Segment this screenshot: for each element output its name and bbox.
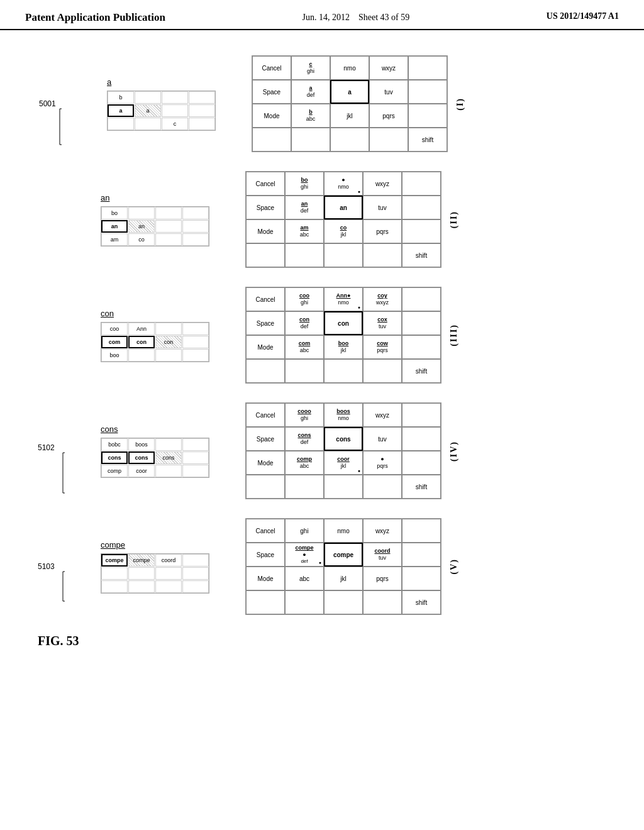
sg-IV-r3c1: comp	[101, 465, 128, 477]
key-tuv-IV[interactable]: tuv	[363, 427, 402, 451]
key-coor-jkl-IV[interactable]: coorjkl	[324, 451, 363, 475]
key-tuv-I[interactable]: tuv	[369, 80, 408, 104]
key-mode-II[interactable]: Mode	[246, 219, 285, 243]
key-co-jkl-II[interactable]: cojkl	[324, 219, 363, 243]
key-wxyz-V[interactable]: wxyz	[363, 519, 402, 543]
key-shift-II[interactable]: shift	[402, 243, 441, 267]
svg-text:5103: 5103	[38, 562, 55, 571]
sg-III-r3c4	[182, 349, 209, 362]
key-wxyz-II[interactable]: wxyz	[363, 172, 402, 196]
key-nmo-I[interactable]: nmo	[330, 56, 369, 80]
key-empty-II-r3c5	[402, 219, 441, 243]
key-empty-V-r4c3	[324, 590, 363, 614]
key-cancel-II[interactable]: Cancel	[246, 172, 285, 196]
key-space-III[interactable]: Space	[246, 311, 285, 335]
key-com-abc-III[interactable]: comabc	[285, 335, 324, 359]
input-area-IV: cons bobc boos cons cons cons comp coor	[101, 424, 214, 478]
key-tuv-II[interactable]: tuv	[363, 196, 402, 219]
key-cancel-V[interactable]: Cancel	[246, 519, 285, 543]
sg-I-r2c3	[162, 104, 188, 117]
key-an-highlight-II[interactable]: an	[324, 196, 363, 219]
key-dot-nmo-II[interactable]: ●nmo	[324, 172, 363, 196]
key-shift-IV[interactable]: shift	[402, 475, 441, 499]
sg-III-r3c3	[155, 349, 182, 362]
key-boos-nmo-IV[interactable]: boosnmo	[324, 403, 363, 427]
key-con-def-III[interactable]: condef	[285, 311, 324, 335]
sg-V-r2c4	[182, 567, 209, 580]
key-mode-I[interactable]: Mode	[252, 104, 291, 128]
sg-I-r1c2	[135, 91, 161, 104]
key-dot-pqrs-IV[interactable]: ●pqrs	[363, 451, 402, 475]
key-empty-IV-r1c5	[402, 403, 441, 427]
sg-III-r2c2: con	[128, 336, 155, 348]
key-empty-V-r4c2	[285, 590, 324, 614]
key-coy-wxyz-III[interactable]: coywxyz	[363, 287, 402, 311]
key-nmo-V[interactable]: nmo	[324, 519, 363, 543]
key-Ann-nmo-III[interactable]: Ann●nmo	[324, 287, 363, 311]
key-empty-II-r2c5	[402, 196, 441, 219]
key-cons-highlight-IV[interactable]: cons	[324, 427, 363, 451]
key-shift-I[interactable]: shift	[408, 128, 447, 152]
sg-II-r3c4	[182, 233, 209, 246]
key-mode-III[interactable]: Mode	[246, 335, 285, 359]
key-empty-V-r1c5	[402, 519, 441, 543]
key-an-def-II[interactable]: andef	[285, 196, 324, 219]
key-space-I[interactable]: Space	[252, 80, 291, 104]
key-mode-IV[interactable]: Mode	[246, 451, 285, 475]
key-empty-II-r4c2	[285, 243, 324, 267]
key-b-abc-I[interactable]: babc	[291, 104, 330, 128]
sg-IV-r1c1: bobc	[101, 438, 128, 451]
key-empty-I-r2c5	[408, 80, 447, 104]
key-wxyz-I[interactable]: wxyz	[369, 56, 408, 80]
sg-II-r1c3	[155, 207, 182, 219]
sg-V-r2c2	[128, 567, 155, 580]
sg-II-r2c4	[182, 220, 209, 233]
key-pqrs-V[interactable]: pqrs	[363, 567, 402, 590]
key-space-II[interactable]: Space	[246, 196, 285, 219]
key-abc-V[interactable]: abc	[285, 567, 324, 590]
sg-I-r1c3	[162, 91, 188, 104]
key-am-abc-II[interactable]: amabc	[285, 219, 324, 243]
key-coo-ghi-III[interactable]: cooghi	[285, 287, 324, 311]
sg-V-r1c1: compe	[101, 554, 128, 567]
key-pqrs-I[interactable]: pqrs	[369, 104, 408, 128]
key-cooo-ghi-IV[interactable]: coooghi	[285, 403, 324, 427]
key-a-def-I[interactable]: adef	[291, 80, 330, 104]
key-empty-V-r3c5	[402, 567, 441, 590]
sg-III-r2c3: con	[155, 336, 182, 348]
sg-II-r2c3	[155, 220, 182, 233]
key-compe-highlight-V[interactable]: compe	[324, 543, 363, 567]
input-text-I: a	[107, 77, 111, 87]
key-cancel-IV[interactable]: Cancel	[246, 403, 285, 427]
key-empty-I-r4c1	[252, 128, 291, 152]
key-a-highlight-I[interactable]: a	[330, 80, 369, 104]
key-wxyz-IV[interactable]: wxyz	[363, 403, 402, 427]
key-cancel-I[interactable]: Cancel	[252, 56, 291, 80]
key-empty-III-r2c5	[402, 311, 441, 335]
key-compe-dot-V[interactable]: compe●def	[285, 543, 324, 567]
key-shift-III[interactable]: shift	[402, 359, 441, 383]
key-c-ghi-I[interactable]: cghi	[291, 56, 330, 80]
key-pqrs-II[interactable]: pqrs	[363, 219, 402, 243]
key-ghi-V[interactable]: ghi	[285, 519, 324, 543]
sg-V-r3c1	[101, 580, 128, 593]
key-jkl-V[interactable]: jkl	[324, 567, 363, 590]
key-mode-V[interactable]: Mode	[246, 567, 285, 590]
key-space-V[interactable]: Space	[246, 543, 285, 567]
row-label-III: (III)	[449, 324, 459, 346]
key-space-IV[interactable]: Space	[246, 427, 285, 451]
key-cow-pqrs-III[interactable]: cowpqrs	[363, 335, 402, 359]
key-con-highlight-III[interactable]: con	[324, 311, 363, 335]
key-shift-V[interactable]: shift	[402, 590, 441, 614]
key-comp-abc-IV[interactable]: compabc	[285, 451, 324, 475]
sg-IV-r3c4	[182, 465, 209, 477]
key-cox-tuv-III[interactable]: coxtuv	[363, 311, 402, 335]
key-coord-tuv-V[interactable]: coordtuv	[363, 543, 402, 567]
key-cons-def-IV[interactable]: consdef	[285, 427, 324, 451]
key-bo-ghi-II[interactable]: boghi	[285, 172, 324, 196]
key-boo-jkl-III[interactable]: boojkl	[324, 335, 363, 359]
key-cancel-III[interactable]: Cancel	[246, 287, 285, 311]
key-jkl-I[interactable]: jkl	[330, 104, 369, 128]
sg-II-r2c1: an	[101, 220, 128, 233]
input-text-II: an	[101, 193, 109, 202]
